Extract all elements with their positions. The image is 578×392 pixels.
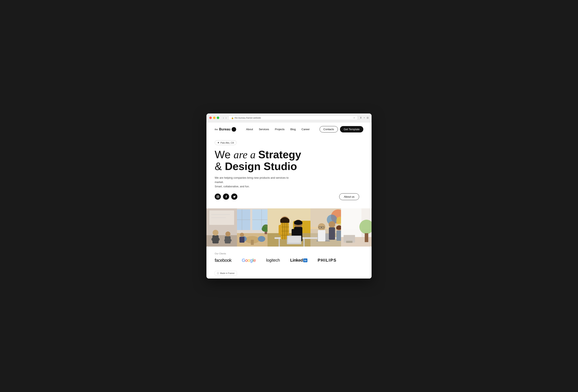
minimize-button[interactable] <box>213 117 216 119</box>
hero-description: We are helping companies bring new produ… <box>215 176 297 189</box>
star-icon: ★ <box>217 141 219 144</box>
browser-toolbar: ‹ › 🔒 the-bureau.framer.website ⟳ ⬆ + ⊞ <box>206 113 372 122</box>
svg-rect-5 <box>206 208 237 235</box>
traffic-lights <box>209 117 219 119</box>
svg-rect-9 <box>206 235 237 247</box>
nav-link-blog[interactable]: Blog <box>290 128 296 131</box>
close-button[interactable] <box>209 117 212 119</box>
clients-logos: facebook Google logitech Linkedin PHILIP… <box>215 258 363 263</box>
nav-actions: Contacts Get Template <box>320 126 363 132</box>
twitter-icon[interactable] <box>231 194 237 200</box>
logo-dot-icon <box>232 127 236 132</box>
svg-rect-35 <box>293 221 310 247</box>
headline-amp: & <box>215 160 225 172</box>
hero-headline: We are a Strategy & Design Studio <box>215 149 318 172</box>
svg-rect-33 <box>268 208 310 247</box>
svg-rect-75 <box>341 208 372 229</box>
instagram-icon[interactable] <box>215 194 221 200</box>
client-logo-linkedin: Linkedin <box>290 258 307 263</box>
svg-point-70 <box>329 221 335 228</box>
svg-rect-11 <box>212 235 219 243</box>
headline-we: We <box>215 149 234 161</box>
svg-rect-54 <box>288 236 300 243</box>
headline-are-a: are a <box>234 149 258 161</box>
photo-item-1 <box>206 208 237 247</box>
svg-rect-50 <box>294 227 302 241</box>
nav-link-services[interactable]: Services <box>259 128 269 131</box>
svg-point-31 <box>240 233 244 237</box>
maximize-button[interactable] <box>217 117 219 119</box>
svg-point-12 <box>213 230 218 236</box>
svg-point-15 <box>225 231 230 236</box>
client-logo-google: Google <box>242 258 256 263</box>
svg-rect-71 <box>329 227 335 240</box>
forward-button[interactable]: › <box>226 116 227 120</box>
svg-rect-52 <box>293 237 295 240</box>
back-button[interactable]: ‹ <box>223 116 224 120</box>
nav-link-about[interactable]: About <box>246 128 253 131</box>
client-logo-philips: PHILIPS <box>318 258 337 263</box>
contacts-button[interactable]: Contacts <box>320 126 338 132</box>
svg-rect-48 <box>279 225 282 235</box>
svg-point-72 <box>336 225 341 231</box>
headline-strategy: Strategy <box>258 149 301 161</box>
svg-rect-55 <box>310 208 341 247</box>
browser-controls: ‹ › <box>223 116 227 120</box>
photo-strip <box>206 208 372 247</box>
svg-rect-69 <box>318 230 325 241</box>
svg-rect-51 <box>292 229 295 238</box>
client-logo-logitech: logitech <box>266 258 280 263</box>
svg-rect-32 <box>240 237 244 243</box>
svg-rect-37 <box>275 237 310 239</box>
svg-rect-56 <box>310 208 341 229</box>
svg-point-10 <box>211 237 220 242</box>
location-text: Palo Alto, CA <box>220 141 234 144</box>
svg-rect-23 <box>237 233 268 247</box>
svg-rect-16 <box>237 208 268 247</box>
svg-rect-63 <box>318 234 329 241</box>
site-content: the Bureau About Services Projects Blog … <box>206 122 372 278</box>
svg-rect-67 <box>322 226 324 228</box>
svg-point-27 <box>258 236 265 242</box>
headline-design-studio: Design Studio <box>225 160 297 172</box>
photo-item-4 <box>310 208 341 247</box>
new-tab-icon[interactable]: + <box>364 116 365 119</box>
svg-point-40 <box>280 216 289 225</box>
svg-rect-62 <box>310 237 341 239</box>
photo-item-2 <box>237 208 268 247</box>
svg-rect-61 <box>310 233 341 247</box>
get-template-button[interactable]: Get Template <box>340 126 363 132</box>
svg-rect-64 <box>316 240 330 241</box>
svg-point-13 <box>224 238 232 242</box>
svg-point-29 <box>262 224 268 232</box>
svg-rect-79 <box>346 241 353 243</box>
address-bar[interactable]: 🔒 the-bureau.framer.website ⟳ <box>229 116 358 120</box>
tabs-icon[interactable]: ⊞ <box>367 116 369 119</box>
browser-actions: ⬆ + ⊞ <box>360 116 369 119</box>
share-icon[interactable]: ⬆ <box>360 116 362 119</box>
svg-rect-3 <box>206 208 237 247</box>
nav-link-career[interactable]: Career <box>302 128 310 131</box>
svg-rect-76 <box>341 208 361 247</box>
svg-rect-28 <box>265 229 267 234</box>
svg-rect-17 <box>237 209 250 230</box>
svg-rect-73 <box>337 230 341 241</box>
svg-rect-18 <box>252 209 268 230</box>
svg-point-26 <box>239 236 247 242</box>
framer-badge[interactable]: ⬡ Made in Framer <box>215 271 237 276</box>
client-logo-facebook: facebook <box>215 258 231 263</box>
svg-rect-41 <box>281 223 289 239</box>
location-badge: ★ Palo Alto, CA <box>215 140 237 145</box>
svg-rect-6 <box>209 211 234 225</box>
svg-rect-77 <box>341 237 372 247</box>
logo[interactable]: the Bureau <box>215 127 236 132</box>
about-us-button[interactable]: About us <box>339 193 359 200</box>
facebook-icon[interactable] <box>223 194 229 200</box>
svg-rect-39 <box>303 239 305 247</box>
svg-point-58 <box>331 209 341 224</box>
svg-rect-34 <box>268 208 310 233</box>
svg-point-80 <box>359 220 372 234</box>
nav-link-projects[interactable]: Projects <box>275 128 285 131</box>
svg-point-2 <box>218 196 219 196</box>
logo-bureau-text: Bureau <box>219 128 230 131</box>
